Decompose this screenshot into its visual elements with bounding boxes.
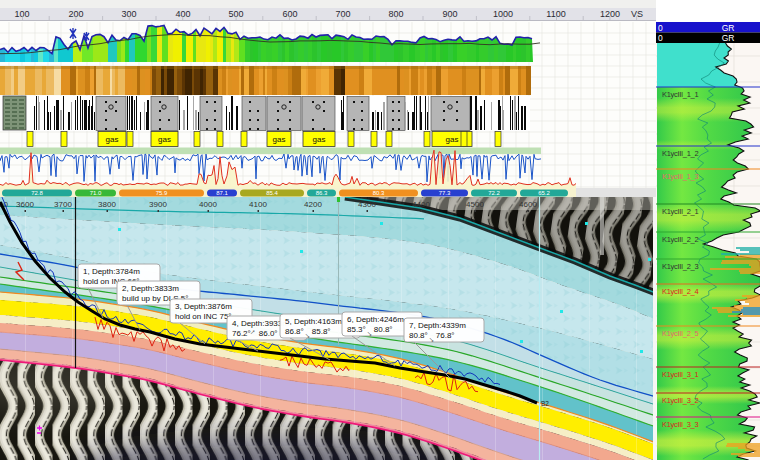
svg-text:4400: 4400 <box>412 200 430 209</box>
svg-text:K1ycIII_2_3: K1ycIII_2_3 <box>662 262 698 271</box>
svg-text:gas: gas <box>158 135 171 144</box>
svg-text:1100: 1100 <box>546 9 565 19</box>
svg-text:K1ycIII_1_3: K1ycIII_1_3 <box>662 172 698 181</box>
svg-text:72.8: 72.8 <box>31 190 43 196</box>
svg-text:4100: 4100 <box>249 200 267 209</box>
svg-text:3, Depth:3876m: 3, Depth:3876m <box>175 302 232 311</box>
svg-text:K1ycIII_3_2: K1ycIII_3_2 <box>662 396 698 405</box>
svg-text:4600: 4600 <box>519 200 537 209</box>
svg-text:86.3: 86.3 <box>316 190 328 196</box>
svg-text:77.3: 77.3 <box>439 190 451 196</box>
svg-text:85.4: 85.4 <box>266 190 278 196</box>
svg-text:4500: 4500 <box>466 200 484 209</box>
svg-text:87.1: 87.1 <box>216 190 228 196</box>
svg-text:VS: VS <box>631 9 643 19</box>
svg-text:B2: B2 <box>541 400 549 407</box>
svg-text:75.9: 75.9 <box>156 190 168 196</box>
svg-text:100: 100 <box>14 9 29 19</box>
svg-text:GR: GR <box>722 23 735 33</box>
svg-text:7, Depth:4339m: 7, Depth:4339m <box>409 321 466 330</box>
svg-text:3700: 3700 <box>54 200 72 209</box>
svg-text:K1ycIII_3_3: K1ycIII_3_3 <box>662 420 698 429</box>
svg-text:K1ycIII_2_1: K1ycIII_2_1 <box>662 207 698 216</box>
svg-text:72.2: 72.2 <box>488 190 500 196</box>
svg-text:0: 0 <box>658 23 663 33</box>
svg-text:6, Depth:4246m: 6, Depth:4246m <box>347 315 404 324</box>
svg-text:K1ycIII_3_1: K1ycIII_3_1 <box>662 370 698 379</box>
svg-text:4200: 4200 <box>304 200 322 209</box>
svg-text:0: 0 <box>658 33 663 43</box>
svg-text:GR: GR <box>722 33 735 43</box>
svg-text:gas: gas <box>273 135 286 144</box>
svg-text:K1ycIII_1_1: K1ycIII_1_1 <box>662 90 698 99</box>
svg-text:hold on INC 75°: hold on INC 75° <box>175 312 232 321</box>
svg-text:2, Depth:3833m: 2, Depth:3833m <box>122 284 179 293</box>
svg-text:K1ycIII_2_2: K1ycIII_2_2 <box>662 235 698 244</box>
svg-text:3800: 3800 <box>98 200 116 209</box>
svg-text:4300: 4300 <box>358 200 376 209</box>
svg-text:600: 600 <box>282 9 297 19</box>
svg-text:K1ycIII_1_2: K1ycIII_1_2 <box>662 149 698 158</box>
svg-text:gas: gas <box>446 135 459 144</box>
svg-text:1, Depth:3784m: 1, Depth:3784m <box>83 267 140 276</box>
svg-text:80.3: 80.3 <box>373 190 385 196</box>
svg-text:4000: 4000 <box>199 200 217 209</box>
svg-text:71.0: 71.0 <box>90 190 102 196</box>
svg-text:3600: 3600 <box>16 200 34 209</box>
svg-text:gas: gas <box>106 135 119 144</box>
svg-text:gas: gas <box>313 135 326 144</box>
svg-text:3900: 3900 <box>149 200 167 209</box>
svg-text:65.2: 65.2 <box>538 190 550 196</box>
svg-text:5, Depth:4163m: 5, Depth:4163m <box>285 317 342 326</box>
svg-text:K1ycIII_2_5: K1ycIII_2_5 <box>662 329 698 338</box>
svg-text:K1ycIII_2_4: K1ycIII_2_4 <box>662 287 698 296</box>
